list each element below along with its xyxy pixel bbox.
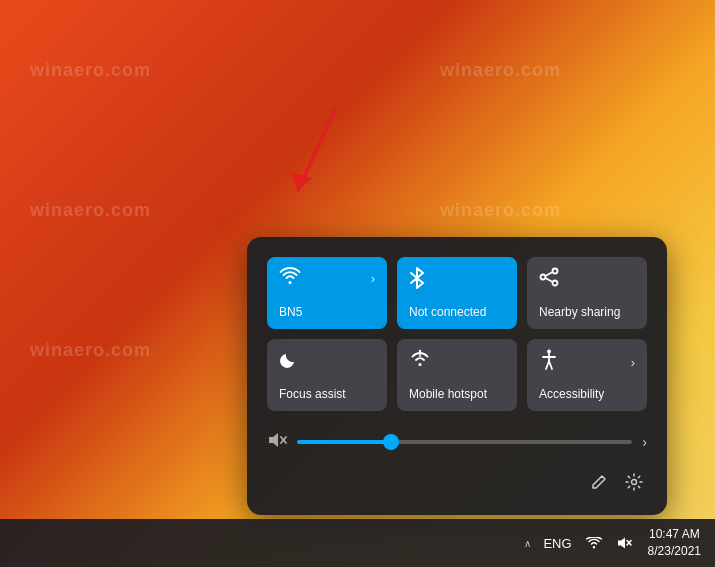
edit-button[interactable]	[587, 470, 611, 498]
taskbar-time: 10:47 AM	[648, 526, 701, 543]
svg-line-11	[549, 361, 552, 369]
tile-focus-assist[interactable]: Focus assist	[267, 339, 387, 411]
tile-hotspot-icon-row	[409, 349, 505, 374]
bluetooth-icon	[409, 267, 425, 294]
wifi-chevron-icon: ›	[371, 271, 375, 286]
volume-slider[interactable]	[297, 440, 632, 444]
svg-point-2	[553, 281, 558, 286]
share-icon	[539, 267, 559, 292]
focus-assist-label: Focus assist	[279, 387, 346, 401]
taskbar-volume-icon[interactable]	[610, 531, 638, 555]
wifi-label: BN5	[279, 305, 302, 319]
tiles-grid: › BN5 Not connected	[267, 257, 647, 411]
hotspot-icon	[409, 349, 431, 374]
taskbar-clock[interactable]: 10:47 AM 8/23/2021	[640, 524, 709, 562]
taskbar: ∧ ENG 10:47 AM 8/23/2021	[0, 519, 715, 567]
nearby-sharing-label: Nearby sharing	[539, 305, 620, 319]
tile-nearby-sharing[interactable]: Nearby sharing	[527, 257, 647, 329]
accessibility-label: Accessibility	[539, 387, 604, 401]
wifi-icon	[279, 267, 301, 290]
svg-line-3	[545, 272, 552, 276]
bluetooth-label: Not connected	[409, 305, 486, 319]
bottom-row	[267, 469, 647, 499]
tile-mobile-hotspot[interactable]: Mobile hotspot	[397, 339, 517, 411]
svg-point-14	[632, 480, 637, 485]
volume-row: ›	[267, 425, 647, 459]
svg-point-7	[547, 350, 551, 354]
taskbar-lang[interactable]: ENG	[537, 534, 577, 553]
tile-focus-icon-row	[279, 349, 375, 374]
accessibility-chevron-icon: ›	[631, 355, 635, 370]
moon-icon	[279, 349, 299, 374]
tile-accessibility[interactable]: › Accessibility	[527, 339, 647, 411]
taskbar-wifi-icon[interactable]	[580, 533, 608, 554]
tile-wifi-icon-row: ›	[279, 267, 375, 290]
svg-point-0	[553, 269, 558, 274]
tile-nearby-icon-row	[539, 267, 635, 292]
settings-button[interactable]	[621, 469, 647, 499]
svg-line-4	[545, 278, 552, 282]
accessibility-icon	[539, 349, 559, 376]
svg-point-1	[541, 275, 546, 280]
svg-point-5	[419, 350, 421, 352]
taskbar-chevron[interactable]: ∧	[520, 538, 535, 549]
tile-bluetooth[interactable]: Not connected	[397, 257, 517, 329]
quick-settings-panel: › BN5 Not connected	[247, 237, 667, 515]
taskbar-system-icons	[580, 531, 638, 555]
volume-thumb[interactable]	[383, 434, 399, 450]
taskbar-date: 8/23/2021	[648, 543, 701, 560]
tile-wifi[interactable]: › BN5	[267, 257, 387, 329]
tile-bluetooth-icon-row	[409, 267, 505, 294]
volume-chevron-icon[interactable]: ›	[642, 434, 647, 450]
volume-fill	[297, 440, 391, 444]
volume-mute-icon[interactable]	[267, 431, 287, 453]
tile-access-icon-row: ›	[539, 349, 635, 376]
taskbar-right: ∧ ENG 10:47 AM 8/23/2021	[520, 524, 709, 562]
mobile-hotspot-label: Mobile hotspot	[409, 387, 487, 401]
